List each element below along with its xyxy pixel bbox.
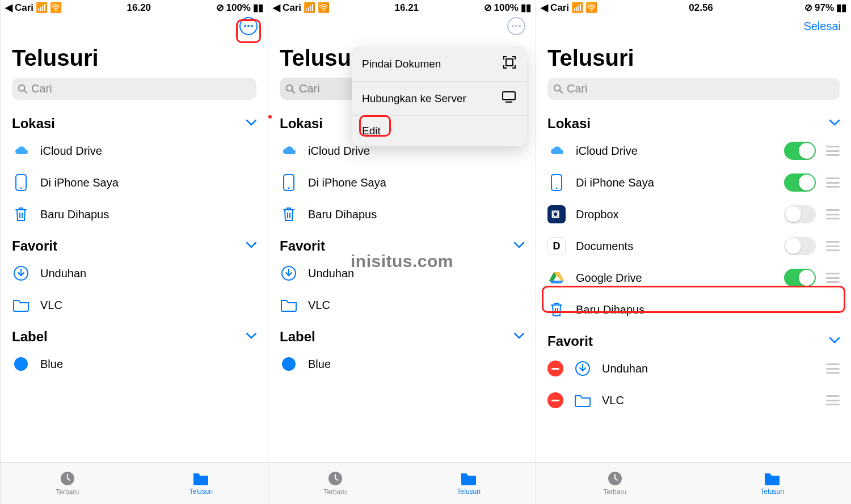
location-trash[interactable]: Baru Dihapus [280, 198, 524, 230]
panel-2: ◀ Cari 📶 🛜 16.21 ⊘ 100% ▮▮ Telusuri Cari… [268, 0, 536, 504]
tab-recent[interactable]: Terbaru [536, 463, 694, 504]
toggle-iphone[interactable] [784, 173, 816, 192]
section-header-lokasi[interactable]: Lokasi [536, 108, 851, 135]
tag-dot-icon [12, 355, 30, 373]
toggle-dropbox[interactable] [784, 205, 816, 223]
iphone-icon [547, 173, 566, 192]
list-item-label: Unduhan [40, 267, 256, 280]
tab-bar: Terbaru Telusuri [1, 462, 268, 504]
battery-label: 100% [494, 2, 519, 14]
back-app-label[interactable]: Cari [550, 2, 569, 14]
drag-handle-icon[interactable] [826, 395, 840, 405]
favorite-vlc: VLC [547, 384, 840, 409]
drag-handle-icon[interactable] [826, 177, 840, 188]
tag-dot-icon [280, 355, 298, 373]
done-button[interactable]: Selesai [803, 20, 841, 33]
tab-label: Telusuri [761, 488, 784, 495]
battery-icon: ▮▮ [836, 2, 846, 14]
back-app-label[interactable]: Cari [283, 2, 301, 14]
favorite-downloads: Unduhan [547, 353, 840, 384]
drag-handle-icon[interactable] [826, 241, 840, 251]
section-header-label[interactable]: Label [268, 321, 536, 348]
drag-handle-icon[interactable] [826, 209, 840, 219]
list-item-label: iCloud Drive [576, 145, 774, 158]
status-bar: ◀ Cari 📶 🛜 16.20 ⊘ 100% ▮▮ [1, 0, 268, 14]
tab-label: Terbaru [56, 488, 79, 496]
section-title-lokasi: Lokasi [547, 116, 591, 132]
search-input[interactable]: Cari [12, 78, 256, 100]
section-title-label: Label [280, 329, 315, 345]
list-item-label: VLC [40, 299, 256, 312]
section-title-label: Label [12, 329, 48, 345]
list-item-label: Baru Dihapus [308, 208, 524, 221]
svg-point-12 [515, 25, 517, 27]
status-bar: ◀ Cari 📶 🛜 02.56 ⊘ 97% ▮▮ [536, 0, 851, 14]
tag-blue[interactable]: Blue [280, 348, 524, 380]
menu-connect-server[interactable]: Hubungkan ke Server [352, 81, 526, 115]
orientation-lock-icon: ⊘ [216, 2, 224, 14]
wifi-icon: 🛜 [318, 2, 330, 14]
signal-icon: 📶 [304, 2, 315, 14]
list-item-label: Google Drive [576, 272, 774, 285]
tab-browse[interactable]: Telusuri [694, 463, 852, 504]
location-trash: Baru Dihapus [547, 294, 840, 325]
favorite-vlc[interactable]: VLC [12, 289, 256, 321]
section-header-favorit[interactable]: Favorit [1, 230, 268, 257]
favorite-downloads[interactable]: Unduhan [12, 257, 256, 289]
folder-icon [12, 296, 30, 314]
tag-blue[interactable]: Blue [12, 348, 256, 380]
section-header-label[interactable]: Label [1, 321, 268, 348]
clock-icon [60, 471, 75, 486]
section-header-favorit[interactable]: Favorit [536, 325, 851, 353]
trash-icon [280, 205, 298, 223]
toggle-documents[interactable] [784, 237, 816, 255]
wifi-icon: 🛜 [50, 2, 62, 14]
menu-edit[interactable]: Edit [352, 115, 526, 146]
back-triangle-icon: ◀ [5, 2, 12, 14]
list-item-label: Di iPhone Saya [308, 176, 524, 189]
list-item-label: Dropbox [576, 208, 774, 221]
tab-recent[interactable]: Terbaru [268, 463, 402, 504]
search-input[interactable]: Cari [547, 78, 840, 100]
battery-icon: ▮▮ [521, 2, 531, 14]
menu-label: Pindai Dokumen [362, 58, 441, 70]
drag-handle-icon[interactable] [826, 146, 840, 156]
orientation-lock-icon: ⊘ [804, 2, 812, 14]
section-header-lokasi[interactable]: Lokasi [1, 108, 268, 135]
list-item-label: Unduhan [602, 362, 816, 375]
location-icloud[interactable]: iCloud Drive [12, 135, 256, 167]
remove-button[interactable] [547, 392, 563, 408]
svg-point-28 [556, 188, 558, 189]
location-documents: D Documents [547, 230, 840, 262]
location-icloud: iCloud Drive [547, 135, 840, 167]
drag-handle-icon[interactable] [826, 363, 840, 374]
status-time: 16.21 [395, 2, 419, 14]
folder-icon [460, 471, 477, 486]
remove-button[interactable] [547, 361, 563, 376]
location-trash[interactable]: Baru Dihapus [12, 198, 256, 230]
watermark: inisitus.com [351, 252, 453, 271]
toggle-google-drive[interactable] [784, 269, 816, 287]
orientation-lock-icon: ⊘ [484, 2, 492, 14]
tab-browse[interactable]: Telusuri [134, 463, 268, 504]
more-button[interactable] [239, 17, 258, 35]
tab-label: Terbaru [603, 488, 626, 496]
toggle-icloud[interactable] [784, 142, 816, 160]
iphone-icon [12, 173, 30, 192]
search-icon [285, 84, 296, 94]
location-iphone[interactable]: Di iPhone Saya [12, 167, 256, 198]
location-iphone[interactable]: Di iPhone Saya [280, 167, 524, 198]
download-icon [280, 264, 298, 282]
folder-icon [764, 471, 781, 486]
menu-scan-documents[interactable]: Pindai Dokumen [352, 46, 526, 81]
tab-browse[interactable]: Telusuri [402, 463, 536, 504]
drag-handle-icon[interactable] [826, 273, 840, 283]
more-button[interactable] [507, 17, 525, 35]
favorite-vlc[interactable]: VLC [280, 289, 524, 321]
tab-recent[interactable]: Terbaru [1, 463, 134, 504]
tab-label: Telusuri [457, 488, 481, 495]
icloud-icon [280, 142, 298, 160]
chevron-down-icon [829, 336, 840, 346]
back-app-label[interactable]: Cari [15, 2, 33, 14]
svg-line-4 [24, 90, 27, 93]
